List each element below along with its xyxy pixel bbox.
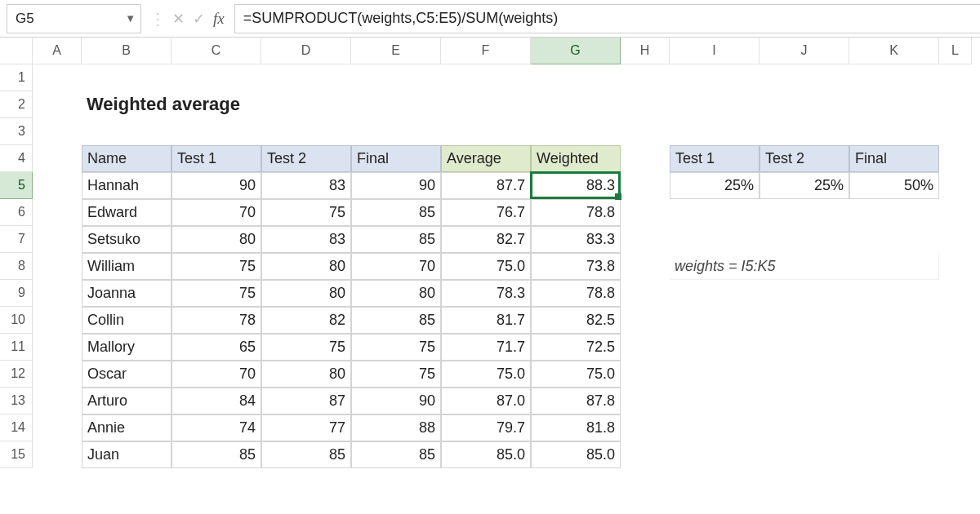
page-title[interactable]: Weighted average <box>82 91 351 118</box>
main-header-test-2[interactable]: Test 2 <box>261 145 351 172</box>
cell-H4[interactable] <box>621 145 670 172</box>
cell-J10[interactable] <box>760 307 849 334</box>
row-header-2[interactable]: 2 <box>0 91 33 118</box>
col-header-A[interactable]: A <box>33 38 82 64</box>
cell-D3[interactable] <box>261 118 351 145</box>
weights-header-final[interactable]: Final <box>849 145 939 172</box>
table-row-value[interactable]: 73.8 <box>531 253 621 280</box>
cell-J14[interactable] <box>760 414 849 441</box>
cell-L1[interactable] <box>939 64 972 91</box>
cell-J13[interactable] <box>760 388 849 414</box>
table-row-value[interactable]: 85 <box>351 441 441 468</box>
cell-K3[interactable] <box>849 118 939 145</box>
cell-C3[interactable] <box>172 118 261 145</box>
cell-I1[interactable] <box>670 64 760 91</box>
cell-I12[interactable] <box>670 361 760 388</box>
table-row-name[interactable]: Hannah <box>82 172 172 199</box>
row-header-10[interactable]: 10 <box>0 307 33 334</box>
table-row-value[interactable]: 75.0 <box>531 361 621 388</box>
main-header-average[interactable]: Average <box>441 145 531 172</box>
cell-K15[interactable] <box>849 441 939 468</box>
cell-J11[interactable] <box>760 334 849 361</box>
cell-A14[interactable] <box>33 414 82 441</box>
col-header-I[interactable]: I <box>670 38 760 64</box>
cell-H2[interactable] <box>621 91 670 118</box>
cell-J1[interactable] <box>760 64 849 91</box>
cell-H13[interactable] <box>621 388 670 414</box>
row-header-15[interactable]: 15 <box>0 441 33 468</box>
table-row-value[interactable]: 80 <box>172 226 261 253</box>
cell-A15[interactable] <box>33 441 82 468</box>
cell-H10[interactable] <box>621 307 670 334</box>
cell-A2[interactable] <box>33 91 82 118</box>
table-row-value[interactable]: 75.0 <box>441 361 531 388</box>
cell-B1[interactable] <box>82 64 172 91</box>
table-row-value[interactable]: 74 <box>172 414 261 441</box>
table-row-value[interactable]: 81.7 <box>441 307 531 334</box>
row-header-11[interactable]: 11 <box>0 334 33 361</box>
row-header-4[interactable]: 4 <box>0 145 33 172</box>
table-row-value[interactable]: 85 <box>351 307 441 334</box>
table-row-value[interactable]: 72.5 <box>531 334 621 361</box>
table-row-value[interactable]: 71.7 <box>441 334 531 361</box>
table-row-value[interactable]: 90 <box>351 388 441 414</box>
cell-J6[interactable] <box>760 199 849 226</box>
cell-F3[interactable] <box>441 118 531 145</box>
main-header-test-1[interactable]: Test 1 <box>172 145 261 172</box>
cell-E1[interactable] <box>351 64 441 91</box>
row-header-6[interactable]: 6 <box>0 199 33 226</box>
cell-L3[interactable] <box>939 118 972 145</box>
row-header-14[interactable]: 14 <box>0 414 33 441</box>
table-row-value[interactable]: 88.3 <box>531 172 621 199</box>
col-header-K[interactable]: K <box>849 38 939 64</box>
table-row-value[interactable]: 90 <box>172 172 261 199</box>
cell-L2[interactable] <box>939 91 972 118</box>
row-header-3[interactable]: 3 <box>0 118 33 145</box>
table-row-name[interactable]: Arturo <box>82 388 172 414</box>
cell-I10[interactable] <box>670 307 760 334</box>
table-row-value[interactable]: 88 <box>351 414 441 441</box>
table-row-name[interactable]: Annie <box>82 414 172 441</box>
row-header-5[interactable]: 5 <box>0 172 33 199</box>
cell-A8[interactable] <box>33 253 82 280</box>
main-header-weighted[interactable]: Weighted <box>531 145 621 172</box>
cell-H9[interactable] <box>621 280 670 307</box>
cell-H12[interactable] <box>621 361 670 388</box>
cell-A12[interactable] <box>33 361 82 388</box>
cell-I6[interactable] <box>670 199 760 226</box>
table-row-name[interactable]: Edward <box>82 199 172 226</box>
cell-I7[interactable] <box>670 226 760 253</box>
cell-H1[interactable] <box>621 64 670 91</box>
col-header-D[interactable]: D <box>261 38 351 64</box>
cell-A7[interactable] <box>33 226 82 253</box>
row-header-9[interactable]: 9 <box>0 280 33 307</box>
cell-I15[interactable] <box>670 441 760 468</box>
col-header-C[interactable]: C <box>172 38 261 64</box>
cell-H7[interactable] <box>621 226 670 253</box>
cell-A5[interactable] <box>33 172 82 199</box>
cell-K7[interactable] <box>849 226 939 253</box>
table-row-value[interactable]: 80 <box>261 280 351 307</box>
cell-J12[interactable] <box>760 361 849 388</box>
cell-A4[interactable] <box>33 145 82 172</box>
table-row-value[interactable]: 75 <box>172 280 261 307</box>
cell-L14[interactable] <box>939 414 972 441</box>
row-header-12[interactable]: 12 <box>0 361 33 388</box>
cell-L11[interactable] <box>939 334 972 361</box>
cell-G3[interactable] <box>531 118 621 145</box>
cell-H6[interactable] <box>621 199 670 226</box>
cell-E3[interactable] <box>351 118 441 145</box>
cell-H8[interactable] <box>621 253 670 280</box>
cell-A11[interactable] <box>33 334 82 361</box>
cell-E2[interactable] <box>351 91 441 118</box>
table-row-value[interactable]: 83.3 <box>531 226 621 253</box>
table-row-value[interactable]: 87 <box>261 388 351 414</box>
table-row-value[interactable]: 83 <box>261 172 351 199</box>
table-row-name[interactable]: Juan <box>82 441 172 468</box>
table-row-name[interactable]: William <box>82 253 172 280</box>
table-row-value[interactable]: 82.7 <box>441 226 531 253</box>
table-row-value[interactable]: 87.0 <box>441 388 531 414</box>
weights-note[interactable]: weights = I5:K5 <box>670 253 939 280</box>
cell-H14[interactable] <box>621 414 670 441</box>
cell-A1[interactable] <box>33 64 82 91</box>
